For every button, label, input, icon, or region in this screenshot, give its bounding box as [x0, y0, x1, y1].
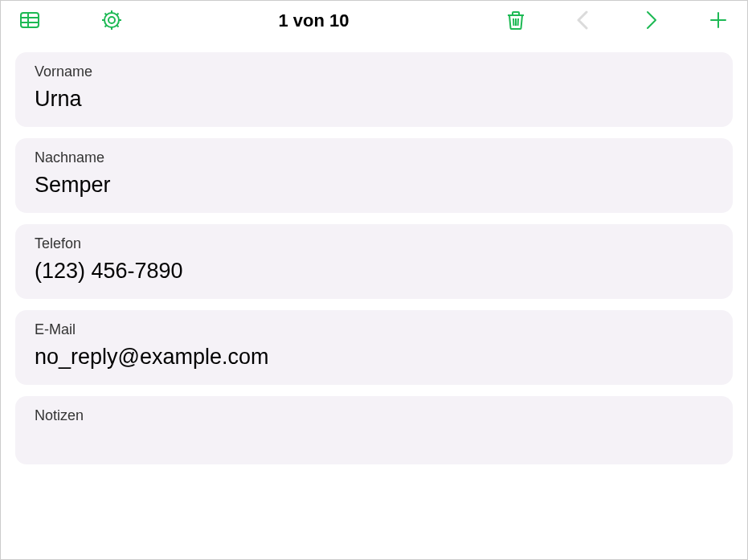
lastname-field[interactable]: Nachname Semper — [15, 138, 733, 213]
firstname-field[interactable]: Vorname Urna — [15, 52, 733, 127]
notes-field[interactable]: Notizen — [15, 396, 733, 464]
phone-value: (123) 456-7890 — [35, 259, 713, 284]
toolbar-left — [17, 8, 125, 34]
email-value: no_reply@example.com — [35, 345, 713, 370]
notes-label: Notizen — [35, 407, 713, 424]
next-button[interactable] — [638, 8, 664, 34]
phone-label: Telefon — [35, 235, 713, 252]
svg-line-10 — [105, 13, 107, 14]
gear-icon — [100, 9, 123, 34]
table-icon — [18, 9, 41, 34]
toolbar-right — [503, 8, 731, 34]
form-container: Vorname Urna Nachname Semper Telefon (12… — [1, 52, 747, 464]
settings-button[interactable] — [99, 8, 125, 34]
delete-button[interactable] — [503, 8, 529, 34]
svg-rect-0 — [21, 13, 39, 27]
firstname-value: Urna — [35, 87, 713, 112]
svg-line-15 — [513, 18, 514, 26]
svg-point-4 — [104, 13, 119, 27]
phone-field[interactable]: Telefon (123) 456-7890 — [15, 224, 733, 299]
table-view-button[interactable] — [17, 8, 43, 34]
notes-value — [35, 431, 713, 450]
svg-line-12 — [105, 25, 107, 27]
svg-line-13 — [116, 13, 118, 14]
svg-point-5 — [108, 17, 115, 23]
firstname-label: Vorname — [35, 63, 713, 80]
toolbar: 1 von 10 — [1, 1, 747, 41]
record-counter: 1 von 10 — [125, 10, 503, 31]
add-button[interactable] — [705, 8, 731, 34]
previous-button — [570, 8, 596, 34]
email-field[interactable]: E-Mail no_reply@example.com — [15, 310, 733, 385]
plus-icon — [707, 9, 730, 34]
trash-icon — [505, 9, 527, 34]
chevron-left-icon — [572, 9, 595, 34]
chevron-right-icon — [640, 9, 662, 34]
email-label: E-Mail — [35, 321, 713, 338]
svg-line-17 — [518, 18, 519, 26]
lastname-label: Nachname — [35, 149, 713, 166]
lastname-value: Semper — [35, 173, 713, 198]
svg-line-11 — [116, 25, 118, 27]
